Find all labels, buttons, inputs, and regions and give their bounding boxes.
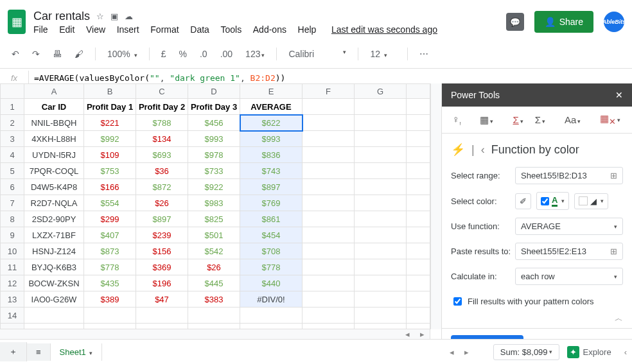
cell[interactable] [407, 291, 430, 308]
cell[interactable] [84, 308, 136, 324]
font-size-select[interactable]: 12 ▾ [366, 46, 399, 62]
cell[interactable] [355, 275, 407, 291]
fill-color-picker[interactable]: ◢▾ [574, 193, 608, 209]
cell[interactable] [407, 131, 430, 147]
undo-icon[interactable]: ↶ [8, 46, 23, 62]
cell[interactable] [407, 227, 430, 243]
cell[interactable] [355, 195, 407, 211]
cell[interactable]: $554 [84, 195, 136, 211]
explore-button[interactable]: ✦Explore [559, 342, 619, 362]
cell[interactable]: $221 [84, 115, 136, 131]
cell[interactable]: $873 [84, 243, 136, 259]
cell[interactable]: $978 [188, 147, 240, 163]
cell[interactable]: $872 [136, 179, 188, 195]
cell[interactable] [407, 195, 430, 211]
cell[interactable] [303, 179, 355, 195]
cell[interactable]: NNIL-BBQH [24, 115, 84, 131]
tool-sigma-icon[interactable]: Σ▾ [531, 112, 549, 128]
formula-input[interactable]: =AVERAGE(valuesByColor("", "dark green 1… [29, 73, 285, 83]
menu-view[interactable]: View [86, 24, 105, 35]
cell[interactable]: $825 [188, 211, 240, 227]
star-icon[interactable]: ☆ [96, 12, 104, 21]
cell[interactable]: $456 [188, 115, 240, 131]
cell[interactable]: $435 [84, 275, 136, 291]
cell[interactable] [303, 131, 355, 147]
row-header[interactable]: 12 [1, 275, 24, 291]
document-title[interactable]: Car rentals [33, 10, 90, 23]
cell[interactable]: IAO0-G26W [24, 291, 84, 308]
cell[interactable] [355, 308, 407, 324]
cell[interactable]: $922 [188, 179, 240, 195]
toolbar-more-icon[interactable]: ⋯ [416, 46, 432, 62]
row-header[interactable]: 8 [1, 211, 24, 227]
menu-help[interactable]: Help [298, 24, 317, 35]
sheet-tab[interactable]: Sheet1 ▾ [51, 343, 103, 361]
vertical-scrollbar[interactable] [430, 83, 441, 329]
cell[interactable] [303, 115, 355, 131]
range-picker-icon[interactable]: ⊞ [610, 171, 617, 180]
cell[interactable] [355, 147, 407, 163]
cell[interactable] [407, 115, 430, 131]
last-edit-link[interactable]: Last edit was seconds ago [328, 24, 437, 35]
cell[interactable] [303, 195, 355, 211]
cell[interactable] [407, 243, 430, 259]
cell[interactable]: 7PQR-COQL [24, 163, 84, 179]
row-header[interactable]: 13 [1, 291, 24, 308]
cell[interactable]: $47 [136, 291, 188, 308]
format-percent[interactable]: % [175, 46, 191, 62]
cell[interactable] [355, 243, 407, 259]
cell[interactable] [407, 308, 430, 324]
cell[interactable] [188, 308, 240, 324]
cell[interactable]: $778 [84, 259, 136, 275]
cell[interactable] [407, 99, 430, 115]
cell[interactable] [355, 163, 407, 179]
col-header[interactable]: C [136, 84, 188, 99]
cell[interactable]: D4W5-K4P8 [24, 179, 84, 195]
header-cell[interactable]: Profit Day 3 [188, 99, 240, 115]
tab-scroll-right[interactable]: ▸ [459, 347, 474, 357]
cell[interactable] [136, 308, 188, 324]
account-avatar[interactable]: AbleBits [604, 12, 624, 32]
menu-file[interactable]: File [33, 24, 48, 35]
cell[interactable]: $897 [136, 211, 188, 227]
cell[interactable]: $769 [240, 195, 303, 211]
dec-decrease[interactable]: .0 [196, 46, 211, 62]
row-header[interactable]: 10 [1, 243, 24, 259]
header-cell[interactable]: Car ID [24, 99, 84, 115]
cell[interactable]: $440 [240, 275, 303, 291]
paste-results-input[interactable]: Sheet155!E2:E13⊞ [515, 243, 623, 260]
menu-format[interactable]: Format [150, 24, 179, 35]
cell[interactable]: $983 [188, 195, 240, 211]
menu-insert[interactable]: Insert [117, 24, 139, 35]
cell[interactable] [303, 243, 355, 259]
tool-remove-icon[interactable]: ▦✕▾ [596, 110, 624, 129]
header-cell[interactable]: AVERAGE [240, 99, 303, 115]
row-header[interactable]: 7 [1, 195, 24, 211]
col-header[interactable] [407, 84, 430, 99]
font-select[interactable]: Calibri ▾ [285, 46, 350, 62]
cell[interactable] [355, 211, 407, 227]
tool-text-icon[interactable]: Aa▾ [561, 112, 584, 128]
cell[interactable]: HSNJ-Z124 [24, 243, 84, 259]
cell[interactable]: $166 [84, 179, 136, 195]
cell[interactable]: $836 [240, 147, 303, 163]
cell[interactable]: #DIV/0! [240, 291, 303, 308]
cell[interactable] [407, 147, 430, 163]
cell[interactable] [303, 163, 355, 179]
select-range-input[interactable]: Sheet155!B2:D13⊞ [515, 167, 623, 184]
menu-data[interactable]: Data [190, 24, 209, 35]
cell[interactable]: $743 [240, 163, 303, 179]
cell[interactable]: $109 [84, 147, 136, 163]
all-sheets-button[interactable]: ≡ [27, 343, 51, 361]
cell[interactable]: $407 [84, 227, 136, 243]
cell[interactable]: $733 [188, 163, 240, 179]
zoom-select[interactable]: 100% ▾ [103, 46, 141, 62]
cloud-icon[interactable]: ☁ [125, 12, 133, 21]
cell[interactable] [303, 147, 355, 163]
row-header[interactable]: 6 [1, 179, 24, 195]
menu-addons[interactable]: Add-ons [253, 24, 286, 35]
cell[interactable] [355, 291, 407, 308]
close-icon[interactable]: ✕ [615, 90, 623, 100]
cell[interactable]: $156 [136, 243, 188, 259]
cell[interactable] [303, 99, 355, 115]
